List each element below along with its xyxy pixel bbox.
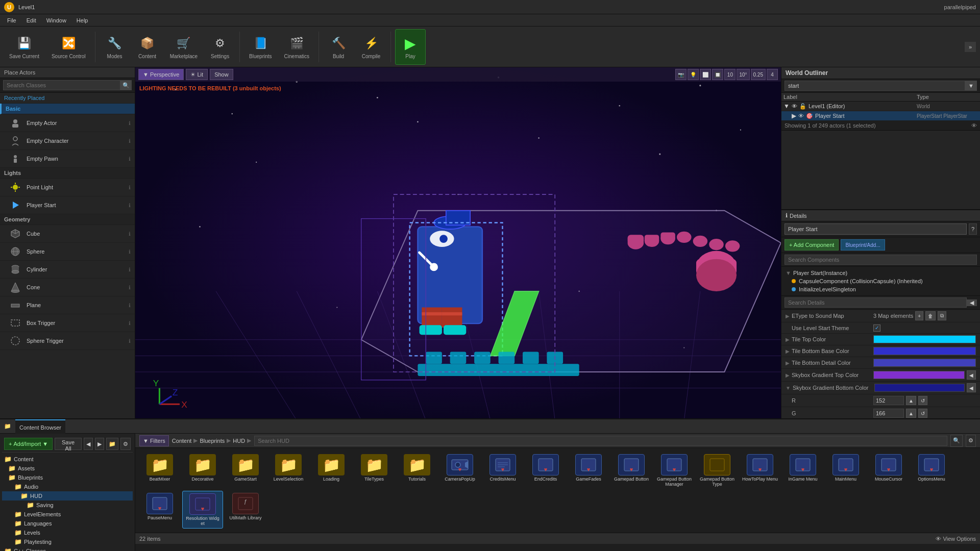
bp-ingame[interactable]: ♥ InGame Menu [782,452,823,489]
etype-add-btn[interactable]: + [915,311,923,320]
bp-pausemenu[interactable]: ♥ PauseMenu [139,491,180,529]
show-paths-button[interactable]: 📁 [106,438,118,450]
content-search-input[interactable] [254,436,947,446]
blueprints-button[interactable]: 📘 Blueprints [244,29,277,65]
search-components-input[interactable] [785,255,977,265]
name-info-btn[interactable]: ? [969,223,977,235]
bp-camerapopup[interactable]: ♥ CameraPopUp [439,452,480,489]
menu-edit[interactable]: Edit [21,14,41,27]
bp-gamepadbuttontype[interactable]: Gamepad ButtonType [697,452,738,489]
empty-actor-info[interactable]: ℹ [129,120,131,126]
back-button[interactable]: ◀ [84,438,93,450]
etype-del-btn[interactable]: 🗑 [925,311,936,320]
outliner-item-level1[interactable]: ▼ 👁 🔓 Level1 (Editor) World [781,102,980,111]
actor-empty-actor[interactable]: Empty Actor ℹ [0,114,135,132]
vp-icon-snap[interactable]: 🔲 [712,69,723,80]
vp-icon-cam[interactable]: 📷 [675,69,687,80]
forward-button[interactable]: ▶ [95,438,104,450]
vp-grid-size[interactable]: 10 [724,69,736,80]
component-initialize[interactable]: InitializeLevelSingleton [783,285,978,293]
folder-loading[interactable]: 📁 Loading [311,452,352,489]
tree-item-saving[interactable]: 📁 Saving [2,500,133,510]
settings-button[interactable]: ⚙ Settings [205,29,235,65]
prop-r[interactable]: R ▲ ↺ [781,394,980,407]
content-browser-tab[interactable]: Content Browser [15,419,65,434]
toolbar-expand-button[interactable]: » [965,42,976,52]
sphere-info[interactable]: ℹ [129,249,131,255]
cube-info[interactable]: ℹ [129,231,131,237]
actor-name-input[interactable] [785,223,967,235]
tile-bottom-detail-swatch[interactable] [873,359,976,367]
show-btn[interactable]: Show [210,69,233,80]
bp-gamepadbuttonmgr[interactable]: ♥ Gamepad Button Manager [654,452,695,489]
bp-mousecursor[interactable]: ♥ MouseCursor [868,452,909,489]
tree-item-audio[interactable]: 📁 Audio [2,482,133,491]
add-import-button[interactable]: + Add/Import ▼ [4,438,53,450]
prop-tile-top-color[interactable]: ▶ Tile Top Color [781,334,980,345]
breadcrumb-content[interactable]: Content [172,438,192,444]
prop-tile-bottom-detail[interactable]: ▶ Tile Bottom Detail Color [781,357,980,369]
play-button[interactable]: ▶ Play [395,29,426,65]
point-light-info[interactable]: ℹ [129,185,131,190]
tree-item-playtesting[interactable]: 📁 Playtesting [2,537,133,546]
tree-item-hud[interactable]: 📁 HUD [2,491,133,500]
tile-top-swatch[interactable] [873,335,976,343]
skybox-bottom-expand[interactable]: ◀ [967,383,976,392]
blueprint-add-button[interactable]: Blueprint/Add... [841,239,885,251]
r-reset[interactable]: ↺ [918,396,927,405]
filters-button[interactable]: ▼ Filters [139,435,169,446]
save-all-button[interactable]: Save All [55,438,82,450]
folder-tutorials[interactable]: 📁 Tutorials [397,452,437,489]
modes-button[interactable]: 🔧 Modes [100,29,130,65]
vp-icon-grid[interactable]: ⬜ [700,69,711,80]
menu-file[interactable]: File [2,14,21,27]
folder-gamestart[interactable]: 📁 GameStart [225,452,266,489]
folder-decorative[interactable]: 📁 Decorative [182,452,223,489]
content-settings-btn[interactable]: ⚙ [966,435,976,447]
compile-button[interactable]: ⚡ Compile [356,29,386,65]
g-input[interactable] [873,409,904,418]
lit-btn[interactable]: ☀ Lit [186,69,208,80]
prop-g[interactable]: G ▲ ↺ [781,407,980,418]
prop-skybox-bottom[interactable]: ▼ Skybox Gradient Bottom Color ◀ [781,382,980,394]
search-classes-button[interactable]: 🔍 [120,80,132,90]
folder-tiletypes[interactable]: 📁 TileTypes [354,452,395,489]
cinematics-button[interactable]: 🎬 Cinematics [279,29,314,65]
etype-dup-btn[interactable]: ⧉ [938,311,946,320]
bp-mainmenu[interactable]: ♥ MainMenu [825,452,866,489]
cylinder-info[interactable]: ℹ [129,267,131,272]
viewport[interactable]: ▼ Perspective ☀ Lit Show 📷 💡 ⬜ 🔲 10 10° … [135,67,781,418]
tree-item-content[interactable]: 📁 Content [2,455,133,464]
component-capsule[interactable]: CapsuleComponent (CollisionCapsule) (Inh… [783,277,978,285]
actor-sphere-trigger[interactable]: Sphere Trigger ℹ [0,332,135,350]
outliner-filter-btn[interactable]: ▼ [965,81,977,91]
folder-levelselection[interactable]: 📁 LevelSelection [268,452,309,489]
category-lights-inline[interactable]: Lights [0,168,135,179]
search-classes-input[interactable] [3,80,120,90]
r-scroll-up[interactable]: ▲ [906,396,916,405]
perspective-btn[interactable]: ▼ Perspective [138,69,184,80]
folder-beatmixer[interactable]: 📁 BeatMixer [139,452,180,489]
view-options-btn[interactable]: 👁 View Options [936,536,976,542]
marketplace-button[interactable]: 🛒 Marketplace [165,29,203,65]
actor-cylinder[interactable]: Cylinder ℹ [0,261,135,279]
vp-angle[interactable]: 10° [737,69,749,80]
outliner-item-playerstart[interactable]: ▶ 👁 🎯 Player Start PlayerStart PlayerSta… [781,111,980,121]
vp-resolution[interactable]: 0.25 [751,69,766,80]
vp-screen-pct[interactable]: 4 [767,69,778,80]
search-details-input[interactable] [785,297,967,308]
actor-empty-pawn[interactable]: Empty Pawn ℹ [0,150,135,168]
prop-use-level-start[interactable]: ▶ Use Level Start Theme [781,322,980,334]
skybox-top-expand[interactable]: ◀ [967,370,976,380]
content-button[interactable]: 📦 Content [132,29,163,65]
tree-item-cxx[interactable]: 📁 C++ Classes [2,546,133,551]
bp-utilmathlib[interactable]: ƒ UtilMath Library [225,491,266,529]
g-reset[interactable]: ↺ [918,409,927,418]
prop-tile-bottom-base[interactable]: ▶ Tile Bottom Base Color [781,345,980,357]
category-geometry-inline[interactable]: Geometry [0,214,135,225]
skybox-bottom-swatch[interactable] [874,384,965,392]
tile-bottom-base-swatch[interactable] [873,347,976,355]
empty-pawn-info[interactable]: ℹ [129,156,131,162]
bp-creditsmenu[interactable]: ♥ CreditsMenu [482,452,523,489]
tree-item-blueprints[interactable]: 📁 Blueprints [2,473,133,482]
